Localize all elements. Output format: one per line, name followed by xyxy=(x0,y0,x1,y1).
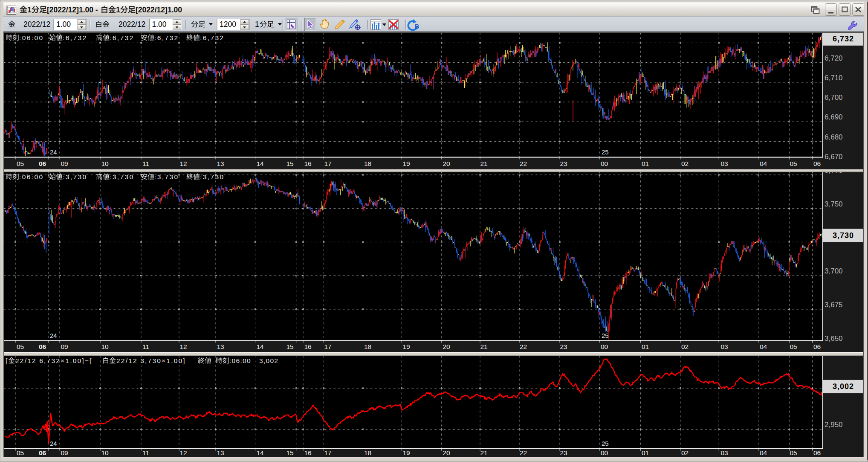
svg-text:10: 10 xyxy=(101,160,109,167)
svg-text:01: 01 xyxy=(642,449,649,456)
svg-text:15: 15 xyxy=(286,343,293,350)
svg-text:11: 11 xyxy=(142,343,149,350)
svg-text:6,690: 6,690 xyxy=(825,113,843,121)
svg-text:[: [ xyxy=(6,357,8,364)
svg-text:16: 16 xyxy=(304,449,311,456)
svg-text:16: 16 xyxy=(304,343,311,350)
svg-text:14: 14 xyxy=(256,343,264,350)
svg-text:13: 13 xyxy=(217,343,224,350)
svg-text:19: 19 xyxy=(402,160,410,167)
svg-text:05: 05 xyxy=(790,343,797,350)
svg-text::6,732: :6,732 xyxy=(200,34,225,41)
svg-text:24: 24 xyxy=(50,440,57,447)
svg-text:12: 12 xyxy=(179,343,187,350)
svg-text:11: 11 xyxy=(142,160,149,167)
svg-text:3,002: 3,002 xyxy=(833,382,854,391)
svg-text:10: 10 xyxy=(101,449,109,456)
svg-text:3,002: 3,002 xyxy=(259,357,278,364)
svg-text:03: 03 xyxy=(720,160,728,167)
svg-text:09: 09 xyxy=(61,449,68,456)
svg-text:01: 01 xyxy=(642,343,649,350)
svg-text:06: 06 xyxy=(813,449,821,456)
svg-text:19: 19 xyxy=(402,343,410,350)
svg-text:00: 00 xyxy=(601,160,608,167)
svg-text:11: 11 xyxy=(142,449,149,456)
svg-text:3,730: 3,730 xyxy=(833,231,854,240)
svg-text:6,732: 6,732 xyxy=(833,35,854,43)
svg-text:05: 05 xyxy=(17,343,24,350)
svg-text:00: 00 xyxy=(601,343,608,350)
svg-text:3,650: 3,650 xyxy=(825,334,843,343)
svg-text:21: 21 xyxy=(480,343,487,350)
svg-text:22: 22 xyxy=(520,449,527,456)
svg-text::6,732: :6,732 xyxy=(154,34,179,41)
svg-text::06:00: :06:00 xyxy=(19,34,44,41)
svg-text::06:00: :06:00 xyxy=(19,173,44,180)
svg-text:21: 21 xyxy=(480,449,487,456)
svg-text:10: 10 xyxy=(101,343,109,350)
svg-text:15: 15 xyxy=(286,449,293,456)
svg-text:09: 09 xyxy=(61,343,68,350)
svg-text:05: 05 xyxy=(790,160,797,167)
svg-text:1: 1 xyxy=(255,20,259,29)
svg-text:16: 16 xyxy=(304,160,311,167)
svg-text:[2022/12]1.00 -: [2022/12]1.00 - xyxy=(47,6,98,14)
svg-text:23: 23 xyxy=(560,449,567,456)
svg-text:6,710: 6,710 xyxy=(825,74,843,82)
svg-text:05: 05 xyxy=(17,160,24,167)
svg-text:12: 12 xyxy=(179,160,187,167)
svg-text:05: 05 xyxy=(17,449,24,456)
svg-text:03: 03 xyxy=(720,449,728,456)
svg-text:12: 12 xyxy=(179,449,187,456)
svg-text:B: B xyxy=(415,23,419,30)
svg-text:14: 14 xyxy=(256,449,264,456)
svg-text:2,950: 2,950 xyxy=(825,421,843,429)
svg-text:6,720: 6,720 xyxy=(825,54,843,62)
svg-text:6,670: 6,670 xyxy=(825,153,843,161)
svg-text:20: 20 xyxy=(443,160,450,167)
svg-text:2022/12: 2022/12 xyxy=(119,20,145,29)
svg-text::6,732: :6,732 xyxy=(63,34,87,41)
svg-text:03: 03 xyxy=(720,343,728,350)
svg-text:06: 06 xyxy=(813,343,821,350)
svg-text:17: 17 xyxy=(324,449,331,456)
svg-text:2022/12: 2022/12 xyxy=(23,20,50,29)
svg-text:1200: 1200 xyxy=(220,20,236,29)
svg-text:18: 18 xyxy=(364,343,371,350)
svg-text:18: 18 xyxy=(364,160,371,167)
svg-text::3,730: :3,730 xyxy=(110,173,134,180)
svg-text:13: 13 xyxy=(217,449,224,456)
svg-text:25: 25 xyxy=(602,440,609,447)
svg-text:6,680: 6,680 xyxy=(825,133,843,141)
svg-text::3,730: :3,730 xyxy=(63,173,87,180)
svg-text:20: 20 xyxy=(443,449,450,456)
svg-text:[2022/12]1.00: [2022/12]1.00 xyxy=(136,6,182,14)
svg-text:22/12 3,730×1.00]: 22/12 3,730×1.00] xyxy=(116,357,186,364)
svg-text:02: 02 xyxy=(681,343,689,350)
svg-text::3,730: :3,730 xyxy=(200,173,225,180)
svg-text:09: 09 xyxy=(61,160,68,167)
svg-text:04: 04 xyxy=(760,343,767,350)
svg-text:02: 02 xyxy=(681,160,689,167)
svg-text:20: 20 xyxy=(443,343,450,350)
svg-text:14: 14 xyxy=(256,160,264,167)
svg-text:1.00: 1.00 xyxy=(56,20,71,29)
svg-text:1: 1 xyxy=(27,6,32,14)
svg-text::3,730: :3,730 xyxy=(154,173,179,180)
svg-text::06:00: :06:00 xyxy=(229,357,251,364)
svg-text:25: 25 xyxy=(602,148,609,156)
svg-text:23: 23 xyxy=(560,160,567,167)
svg-text:22/12 6,732×1.00]−[: 22/12 6,732×1.00]−[ xyxy=(15,357,93,364)
svg-text:05: 05 xyxy=(790,449,797,456)
svg-text:22: 22 xyxy=(520,160,527,167)
svg-text:1.00: 1.00 xyxy=(152,20,167,29)
svg-text:24: 24 xyxy=(50,148,57,156)
svg-text:17: 17 xyxy=(324,160,331,167)
svg-text:13: 13 xyxy=(217,160,224,167)
svg-text:00: 00 xyxy=(601,449,608,456)
svg-text:24: 24 xyxy=(50,332,57,339)
svg-text:1: 1 xyxy=(116,6,120,14)
svg-text:04: 04 xyxy=(760,449,767,456)
svg-text:02: 02 xyxy=(681,449,689,456)
svg-text:15: 15 xyxy=(286,160,293,167)
